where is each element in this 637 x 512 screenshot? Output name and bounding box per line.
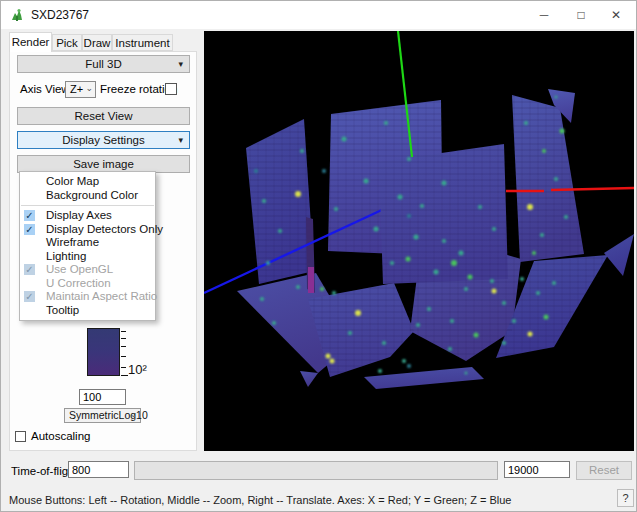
autoscaling-label: Autoscaling: [31, 430, 90, 442]
menu-item-display-axes[interactable]: ✓Display Axes: [20, 209, 155, 223]
menu-item-display-detectors-only[interactable]: ✓Display Detectors Only: [20, 223, 155, 237]
menu-item-tooltip[interactable]: Tooltip: [20, 304, 155, 318]
axis-view-combobox[interactable]: Z+ ⌄: [65, 81, 96, 98]
dropdown-arrow-icon: ▾: [178, 132, 183, 148]
tof-max-input[interactable]: [504, 461, 570, 478]
tab-render[interactable]: Render: [9, 32, 52, 52]
help-button[interactable]: ?: [617, 489, 634, 507]
display-settings-button[interactable]: Display Settings ▾: [17, 131, 190, 149]
menu-item-u-correction: U Correction: [20, 277, 155, 291]
tof-min-input[interactable]: [68, 461, 129, 478]
menu-item-color-map[interactable]: Color Map: [20, 175, 155, 189]
freeze-rotation-checkbox[interactable]: [165, 83, 177, 95]
axis-view-value: Z+: [70, 83, 83, 95]
application-window: SXD23767 ─ □ ✕ Render Pick Draw Instrume…: [0, 0, 637, 512]
check-icon: ✓: [24, 224, 35, 235]
instrument-3d-viewport[interactable]: [204, 31, 634, 451]
projection-value: Full 3D: [85, 58, 121, 70]
close-button[interactable]: ✕: [596, 1, 636, 29]
autoscaling-checkbox[interactable]: [15, 431, 26, 442]
menu-item-use-opengl: ✓Use OpenGL: [20, 263, 155, 277]
window-title: SXD23767: [31, 8, 89, 22]
minimize-button[interactable]: ─: [524, 1, 564, 29]
menu-separator: [21, 205, 154, 206]
menu-item-lighting[interactable]: Lighting: [20, 250, 155, 264]
axis-view-row: Axis View: Z+ ⌄ Freeze rotation: [10, 81, 198, 99]
colorbar-major-tick: [121, 375, 128, 376]
colorbar-tick: [121, 331, 126, 332]
maximize-button[interactable]: □: [561, 1, 601, 29]
display-settings-menu: Color Map Background Color ✓Display Axes…: [19, 171, 156, 321]
status-bar-text: Mouse Buttons: Left -- Rotation, Middle …: [9, 494, 511, 506]
check-icon: ✓: [24, 291, 35, 302]
projection-dropdown[interactable]: Full 3D ▾: [17, 55, 190, 73]
menu-item-maintain-aspect-ratio: ✓Maintain Aspect Ratio: [20, 290, 155, 304]
magenta-streak: [308, 267, 314, 293]
tab-pick[interactable]: Pick: [52, 34, 82, 51]
colorbar-tick: [121, 346, 126, 347]
colorbar-scale-label: 10²: [128, 362, 147, 377]
detector-panel-front: [379, 144, 508, 284]
menu-item-background-color[interactable]: Background Color: [20, 189, 155, 203]
menu-item-wireframe[interactable]: Wireframe: [20, 236, 155, 250]
app-icon: [9, 7, 25, 23]
title-bar: SXD23767 ─ □ ✕: [1, 1, 637, 29]
colorbar-tick: [121, 356, 126, 357]
save-image-label: Save image: [73, 158, 134, 170]
instrument-render: [204, 31, 634, 451]
check-icon: ✓: [24, 210, 35, 221]
dropdown-arrow-icon: ▾: [178, 56, 183, 72]
tab-instrument[interactable]: Instrument: [112, 34, 173, 51]
tof-slider[interactable]: [134, 461, 498, 480]
display-settings-label: Display Settings: [62, 134, 144, 146]
tof-reset-button: Reset: [576, 461, 632, 480]
scale-type-combobox[interactable]: SymmetricLog10 ⌄: [64, 408, 141, 423]
chevron-down-icon: ⌄: [85, 81, 93, 96]
chevron-down-icon: ⌄: [129, 408, 137, 421]
check-icon: ✓: [24, 264, 35, 275]
reset-view-label: Reset View: [75, 110, 133, 122]
tab-draw[interactable]: Draw: [82, 34, 112, 51]
reset-view-button[interactable]: Reset View: [17, 107, 190, 125]
colorbar-tick: [121, 367, 126, 368]
scale-max-input[interactable]: [79, 389, 126, 405]
colorbar-tick: [121, 338, 126, 339]
colorbar[interactable]: [87, 328, 120, 376]
